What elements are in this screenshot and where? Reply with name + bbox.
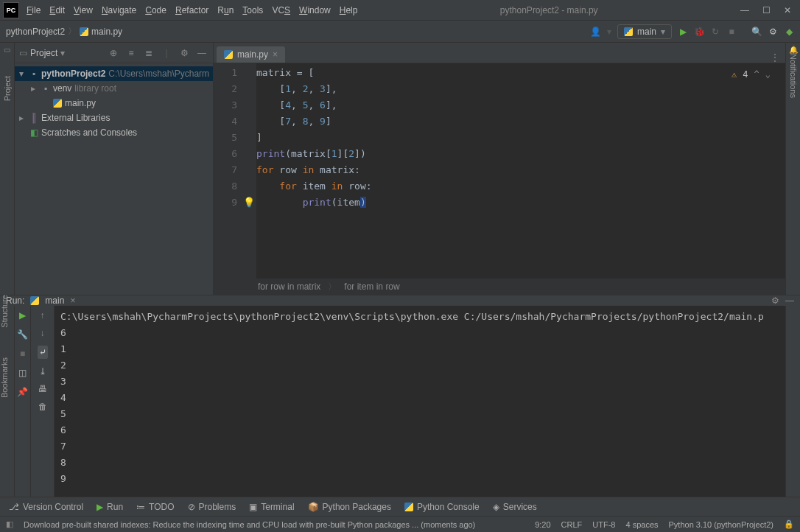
minimize-icon[interactable]: ―	[740, 5, 749, 15]
tool-window-icon[interactable]: ◧	[6, 519, 13, 529]
warning-icon: ⚠	[731, 66, 737, 83]
settings-icon[interactable]: ⚙	[768, 27, 778, 37]
breadcrumb-file[interactable]: main.py	[91, 27, 122, 37]
tree-mainpy[interactable]: main.py	[15, 96, 213, 111]
tab-todo[interactable]: ≔TODO	[136, 502, 174, 512]
run-config-selector[interactable]: main ▾	[617, 24, 672, 39]
tab-problems[interactable]: ⊘Problems	[188, 502, 236, 512]
menu-refactor[interactable]: Refactor	[175, 5, 208, 15]
tree-external-libraries[interactable]: ▸ ║ External Libraries	[15, 111, 213, 125]
tree-scratches[interactable]: ◧ Scratches and Consoles	[15, 125, 213, 140]
project-tool-icon[interactable]: ▭	[4, 46, 10, 54]
collapse-all-icon[interactable]: ≣	[142, 46, 155, 60]
status-message[interactable]: Download pre-built shared indexes: Reduc…	[24, 520, 524, 529]
menu-window[interactable]: Window	[299, 5, 331, 15]
menu-view[interactable]: View	[74, 5, 93, 15]
right-stripe-continued	[785, 306, 800, 522]
tab-run[interactable]: ▶Run	[97, 502, 123, 512]
tab-version-control[interactable]: ⎇Version Control	[9, 502, 83, 512]
run-config-name[interactable]: main	[45, 295, 64, 306]
search-icon[interactable]: 🔍	[751, 27, 762, 37]
up-icon[interactable]: ↑	[41, 310, 45, 321]
chevron-right-icon: ▸	[19, 113, 28, 123]
breadcrumb-project[interactable]: pythonProject2	[6, 27, 65, 37]
breadcrumb-item[interactable]: for row in matrix	[258, 281, 320, 292]
menu-file[interactable]: File	[27, 5, 41, 15]
pin-icon[interactable]: 📌	[17, 387, 28, 397]
notifications-icon[interactable]: 🔔	[789, 46, 798, 54]
down-icon[interactable]: ↓	[41, 328, 45, 338]
menu-code[interactable]: Code	[145, 5, 166, 15]
close-tab-icon[interactable]: ×	[273, 49, 278, 60]
window-title: pythonProject2 - main.py	[357, 5, 740, 15]
locate-icon[interactable]: ⊕	[107, 46, 120, 60]
hide-panel-icon[interactable]: —	[785, 295, 794, 306]
run-action-gutter: ▶ 🔧 ■ ◫ 📌	[15, 306, 31, 522]
python-file-icon	[80, 27, 88, 36]
tab-options-icon[interactable]: ⋮	[771, 52, 779, 63]
file-encoding[interactable]: UTF-8	[592, 520, 615, 529]
gear-icon[interactable]: ⚙	[178, 46, 191, 60]
tab-python-packages[interactable]: 📦Python Packages	[308, 502, 391, 512]
scroll-to-end-icon[interactable]: ⤓	[39, 366, 46, 377]
rerun-icon[interactable]: ▶	[19, 310, 26, 321]
lightbulb-icon[interactable]: 💡	[243, 197, 255, 208]
menu-help[interactable]: Help	[340, 5, 358, 15]
add-user-icon[interactable]: 👤	[591, 27, 601, 37]
ext-libs-label: External Libraries	[41, 113, 110, 123]
chevron-down-icon[interactable]: ▾	[60, 48, 65, 58]
lock-icon[interactable]: 🔒	[784, 519, 794, 529]
print-icon[interactable]: 🖶	[38, 384, 47, 394]
tree-venv[interactable]: ▸ ▪ venv library root	[15, 81, 213, 96]
close-icon[interactable]: ✕	[784, 5, 791, 15]
wrench-icon[interactable]: 🔧	[17, 329, 28, 340]
tree-project-root[interactable]: ▾ ▪ pythonProject2 C:\Users\mshah\Pychar…	[15, 66, 213, 81]
tab-python-console[interactable]: Python Console	[404, 502, 480, 512]
debug-button[interactable]: 🐞	[694, 27, 704, 37]
hide-panel-icon[interactable]: —	[195, 46, 208, 60]
interpreter-info[interactable]: Python 3.10 (pythonProject2)	[669, 520, 773, 529]
tab-terminal[interactable]: ▣Terminal	[249, 502, 294, 512]
main-area: ▭ Project ▭ Project ▾ ⊕ ≡ ≣ | ⚙ — ▾ ▪ py…	[0, 43, 800, 295]
cursor-position[interactable]: 9:20	[535, 520, 550, 529]
expand-all-icon[interactable]: ≡	[124, 46, 138, 60]
project-panel-title[interactable]: Project	[30, 48, 57, 58]
menu-navigate[interactable]: Navigate	[102, 5, 136, 15]
console-output[interactable]: C:\Users\mshah\PycharmProjects\pythonPro…	[55, 306, 785, 522]
status-bar: ◧ Download pre-built shared indexes: Red…	[0, 516, 800, 532]
line-numbers: 123456789	[214, 63, 243, 279]
side-tab-notifications[interactable]: Notifications	[789, 54, 798, 98]
project-view-icon: ▭	[19, 48, 27, 58]
editor-tab-mainpy[interactable]: main.py ×	[217, 46, 285, 63]
side-tab-structure[interactable]: Structure	[0, 295, 15, 328]
close-run-tab-icon[interactable]: ×	[70, 295, 75, 306]
breadcrumb: pythonProject2 〉 main.py	[6, 25, 122, 38]
package-icon: 📦	[308, 502, 319, 512]
code-editor[interactable]: 123456789 💡 matrix = [ [1, 2, 3], [4, 5,…	[214, 63, 785, 279]
trash-icon[interactable]: 🗑	[38, 402, 47, 412]
layout-icon[interactable]: ◫	[18, 368, 27, 378]
code-content[interactable]: matrix = [ [1, 2, 3], [4, 5, 6], [7, 8, …	[256, 63, 785, 279]
editor-area: main.py × ⋮ 123456789 💡 matrix = [ [1, 2…	[214, 43, 785, 295]
indent-info[interactable]: 4 spaces	[625, 520, 658, 529]
side-tab-project[interactable]: Project	[3, 76, 12, 101]
expand-down-icon[interactable]: ⌄	[765, 66, 771, 83]
line-separator[interactable]: CRLF	[561, 520, 583, 529]
menu-edit[interactable]: Edit	[49, 5, 65, 15]
tab-services[interactable]: ◈Services	[493, 502, 537, 512]
expand-up-icon[interactable]: ^	[754, 66, 759, 83]
stop-icon[interactable]: ■	[20, 349, 25, 359]
soft-wrap-icon[interactable]: ⤶	[38, 346, 48, 359]
breadcrumb-item[interactable]: for item in row	[344, 281, 399, 292]
menu-run[interactable]: Run	[217, 5, 234, 15]
learn-icon[interactable]: ◆	[784, 27, 794, 37]
stop-button[interactable]: ■	[726, 27, 737, 37]
maximize-icon[interactable]: ☐	[762, 5, 771, 15]
gear-icon[interactable]: ⚙	[771, 295, 779, 306]
side-tab-bookmarks[interactable]: Bookmarks	[0, 357, 15, 398]
inspection-widget[interactable]: ⚠ 4 ^ ⌄	[731, 66, 771, 83]
menu-tools[interactable]: Tools	[242, 5, 263, 15]
menu-vcs[interactable]: VCS	[272, 5, 290, 15]
run-button[interactable]: ▶	[678, 27, 688, 37]
coverage-button[interactable]: ↻	[710, 27, 720, 37]
